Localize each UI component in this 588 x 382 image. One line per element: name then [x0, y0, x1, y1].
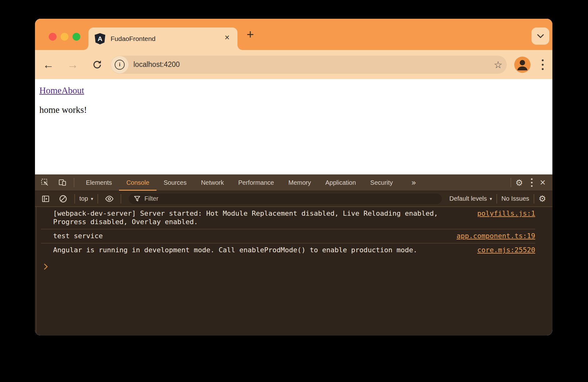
screenshot-stage: A FudaoFrontend × + ← → [0, 0, 588, 382]
chevron-down-icon: ▾ [490, 196, 492, 202]
message-line: Progress disabled, Overlay enabled. [53, 218, 438, 226]
console-message: Angular is running in development mode. … [41, 244, 535, 257]
source-link[interactable]: core.mjs:25520 [477, 246, 535, 254]
titlebar[interactable]: A FudaoFrontend × + [35, 19, 552, 50]
source-link[interactable]: polyfills.js:1 [477, 209, 535, 218]
reload-button[interactable] [90, 58, 104, 72]
message-line: Angular is running in development mode. … [53, 246, 417, 254]
clear-console-button[interactable] [56, 193, 70, 205]
site-info-button[interactable]: i [111, 56, 128, 73]
home-link[interactable]: Home [39, 85, 62, 95]
minimize-window-button[interactable] [61, 33, 68, 41]
console-toolbar: top ▾ Defau [35, 191, 552, 206]
devtools-panel: Elements Console Sources Network Perform… [35, 174, 552, 335]
console-settings-button[interactable]: ⚙ [539, 194, 546, 204]
kebab-menu-icon [541, 58, 544, 71]
prompt-chevron-icon [44, 263, 48, 270]
devtools-close-button[interactable]: × [540, 177, 546, 188]
console-message: test service app.component.ts:19 [41, 229, 535, 244]
back-button[interactable]: ← [41, 58, 56, 72]
divider [511, 178, 511, 187]
console-message-text: Angular is running in development mode. … [53, 246, 417, 254]
person-icon [514, 57, 531, 73]
devtools-tabbar: Elements Console Sources Network Perform… [35, 174, 552, 191]
about-link[interactable]: About [62, 85, 84, 95]
devtools-tab-elements[interactable]: Elements [79, 174, 119, 191]
filter-funnel-icon [134, 195, 141, 202]
browser-menu-button[interactable] [541, 58, 544, 71]
browser-toolbar: ← → i localhost:4200 ☆ [35, 50, 552, 79]
forward-button[interactable]: → [66, 58, 80, 72]
eye-icon [105, 195, 114, 203]
tab-search-chevron-button[interactable] [531, 28, 549, 45]
devtools-tab-console[interactable]: Console [119, 174, 156, 191]
device-toolbar-icon [58, 178, 67, 187]
live-expression-button[interactable] [102, 193, 116, 205]
message-line: [webpack-dev-server] Server started: Hot… [53, 209, 438, 218]
console-sidebar-toggle[interactable] [39, 193, 52, 205]
page-content: HomeAbout home works! [35, 79, 552, 174]
more-tabs-button[interactable]: » [411, 178, 416, 187]
reload-icon [92, 60, 102, 69]
console-output[interactable]: [webpack-dev-server] Server started: Hot… [35, 206, 552, 335]
console-message-text: test service [53, 232, 103, 240]
page-message: home works! [39, 105, 552, 115]
console-left-edge [36, 207, 37, 335]
address-bar[interactable]: i localhost:4200 ☆ [111, 56, 507, 74]
divider [97, 194, 98, 204]
devtools-menu-button[interactable] [531, 178, 533, 188]
tab-title: FudaoFrontend [111, 35, 222, 43]
divider [74, 194, 75, 204]
devtools-tab-network[interactable]: Network [194, 174, 231, 191]
devtools-tab-sources[interactable]: Sources [157, 174, 194, 191]
sidebar-toggle-icon [42, 195, 50, 203]
zoom-window-button[interactable] [72, 33, 80, 41]
new-tab-button[interactable]: + [244, 28, 257, 41]
url-text[interactable]: localhost:4200 [133, 60, 494, 69]
log-levels-selector[interactable]: Default levels ▾ [449, 195, 492, 202]
context-selector-label: top [79, 195, 88, 202]
message-line: test service [53, 232, 103, 240]
inspect-cursor-icon [41, 178, 49, 187]
console-message: [webpack-dev-server] Server started: Hot… [41, 207, 535, 229]
divider [496, 194, 497, 204]
devtools-tab-memory[interactable]: Memory [281, 174, 318, 191]
log-levels-label: Default levels [449, 195, 487, 202]
bookmark-star-icon[interactable]: ☆ [494, 59, 502, 70]
devtools-tab-security[interactable]: Security [363, 174, 400, 191]
nav-links: HomeAbout [39, 85, 552, 96]
console-filter-field[interactable] [129, 194, 442, 204]
chevron-down-icon [536, 34, 545, 39]
divider [534, 194, 534, 204]
devtools-tab-performance[interactable]: Performance [231, 174, 282, 191]
device-toolbar-button[interactable] [56, 176, 69, 189]
tab-close-icon[interactable]: × [222, 33, 232, 44]
console-messages: [webpack-dev-server] Server started: Hot… [41, 207, 535, 270]
chevron-down-icon: ▾ [91, 196, 93, 202]
traffic-lights [49, 33, 80, 41]
context-selector[interactable]: top ▾ [79, 195, 93, 202]
angular-favicon-icon: A [95, 33, 105, 44]
profile-avatar[interactable] [514, 57, 531, 73]
issues-counter[interactable]: No Issues [501, 195, 529, 202]
devtools-tabbar-right: ⚙ × [506, 177, 546, 188]
clear-console-icon [59, 194, 67, 203]
browser-window: A FudaoFrontend × + ← → [35, 19, 552, 335]
divider [121, 194, 121, 204]
close-window-button[interactable] [49, 33, 57, 41]
console-prompt[interactable] [41, 257, 535, 270]
devtools-tab-application[interactable]: Application [318, 174, 363, 191]
kebab-menu-icon [531, 178, 533, 188]
inspect-element-button[interactable] [38, 176, 52, 189]
filter-input[interactable] [144, 195, 437, 202]
divider [74, 178, 74, 187]
devtools-settings-button[interactable]: ⚙ [516, 178, 523, 188]
browser-tab[interactable]: A FudaoFrontend × [88, 28, 237, 50]
console-message-text: [webpack-dev-server] Server started: Hot… [53, 209, 438, 226]
source-link[interactable]: app.component.ts:19 [456, 232, 535, 240]
info-icon: i [115, 60, 125, 70]
